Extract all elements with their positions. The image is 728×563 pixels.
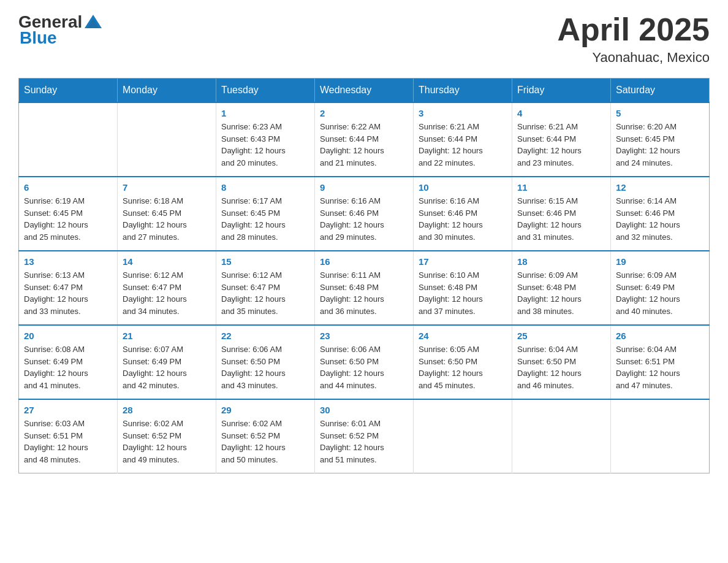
day-info: Sunrise: 6:12 AMSunset: 6:47 PMDaylight:… xyxy=(221,269,309,317)
table-row: 28Sunrise: 6:02 AMSunset: 6:52 PMDayligh… xyxy=(118,399,216,473)
day-number: 16 xyxy=(320,256,408,267)
day-info: Sunrise: 6:04 AMSunset: 6:51 PMDaylight:… xyxy=(616,343,704,391)
table-row: 17Sunrise: 6:10 AMSunset: 6:48 PMDayligh… xyxy=(414,251,512,325)
day-number: 15 xyxy=(221,256,309,267)
day-number: 2 xyxy=(320,108,408,118)
day-info: Sunrise: 6:13 AMSunset: 6:47 PMDaylight:… xyxy=(24,269,112,317)
col-monday: Monday xyxy=(118,79,216,103)
day-info: Sunrise: 6:19 AMSunset: 6:45 PMDaylight:… xyxy=(24,195,112,243)
day-info: Sunrise: 6:12 AMSunset: 6:47 PMDaylight:… xyxy=(123,269,211,317)
table-row: 12Sunrise: 6:14 AMSunset: 6:46 PMDayligh… xyxy=(611,177,710,251)
table-row: 8Sunrise: 6:17 AMSunset: 6:45 PMDaylight… xyxy=(216,177,315,251)
table-row: 20Sunrise: 6:08 AMSunset: 6:49 PMDayligh… xyxy=(19,325,118,399)
day-number: 3 xyxy=(419,108,507,118)
col-thursday: Thursday xyxy=(414,79,512,103)
day-number: 20 xyxy=(24,331,112,341)
day-info: Sunrise: 6:10 AMSunset: 6:48 PMDaylight:… xyxy=(419,269,507,317)
day-info: Sunrise: 6:09 AMSunset: 6:49 PMDaylight:… xyxy=(616,269,704,317)
day-info: Sunrise: 6:09 AMSunset: 6:48 PMDaylight:… xyxy=(517,269,605,317)
day-info: Sunrise: 6:16 AMSunset: 6:46 PMDaylight:… xyxy=(320,195,408,243)
day-number: 21 xyxy=(123,331,211,341)
col-tuesday: Tuesday xyxy=(216,79,315,103)
day-number: 7 xyxy=(123,182,211,193)
day-info: Sunrise: 6:03 AMSunset: 6:51 PMDaylight:… xyxy=(24,418,112,465)
col-friday: Friday xyxy=(512,79,611,103)
calendar-week-4: 20Sunrise: 6:08 AMSunset: 6:49 PMDayligh… xyxy=(19,325,710,399)
day-info: Sunrise: 6:06 AMSunset: 6:50 PMDaylight:… xyxy=(221,343,309,391)
day-info: Sunrise: 6:16 AMSunset: 6:46 PMDaylight:… xyxy=(419,195,507,243)
day-info: Sunrise: 6:15 AMSunset: 6:46 PMDaylight:… xyxy=(517,195,605,243)
table-row: 1Sunrise: 6:23 AMSunset: 6:43 PMDaylight… xyxy=(216,102,315,177)
table-row xyxy=(19,102,118,177)
day-info: Sunrise: 6:01 AMSunset: 6:52 PMDaylight:… xyxy=(320,418,408,465)
table-row: 3Sunrise: 6:21 AMSunset: 6:44 PMDaylight… xyxy=(414,102,512,177)
day-info: Sunrise: 6:04 AMSunset: 6:50 PMDaylight:… xyxy=(517,343,605,391)
day-number: 19 xyxy=(616,256,704,267)
day-number: 8 xyxy=(221,182,309,193)
table-row: 14Sunrise: 6:12 AMSunset: 6:47 PMDayligh… xyxy=(118,251,216,325)
calendar-table: Sunday Monday Tuesday Wednesday Thursday… xyxy=(18,78,710,473)
day-number: 12 xyxy=(616,182,704,193)
day-info: Sunrise: 6:07 AMSunset: 6:49 PMDaylight:… xyxy=(123,343,211,391)
table-row: 9Sunrise: 6:16 AMSunset: 6:46 PMDaylight… xyxy=(315,177,414,251)
table-row xyxy=(118,102,216,177)
day-info: Sunrise: 6:17 AMSunset: 6:45 PMDaylight:… xyxy=(221,195,309,243)
day-info: Sunrise: 6:02 AMSunset: 6:52 PMDaylight:… xyxy=(221,418,309,465)
table-row: 23Sunrise: 6:06 AMSunset: 6:50 PMDayligh… xyxy=(315,325,414,399)
col-wednesday: Wednesday xyxy=(315,79,414,103)
day-number: 9 xyxy=(320,182,408,193)
calendar-header-row: Sunday Monday Tuesday Wednesday Thursday… xyxy=(19,79,710,103)
table-row: 26Sunrise: 6:04 AMSunset: 6:51 PMDayligh… xyxy=(611,325,710,399)
day-info: Sunrise: 6:23 AMSunset: 6:43 PMDaylight:… xyxy=(221,121,309,169)
day-number: 26 xyxy=(616,331,704,341)
logo-icon xyxy=(83,12,103,32)
table-row xyxy=(414,399,512,473)
table-row: 4Sunrise: 6:21 AMSunset: 6:44 PMDaylight… xyxy=(512,102,611,177)
calendar-week-1: 1Sunrise: 6:23 AMSunset: 6:43 PMDaylight… xyxy=(19,102,710,177)
day-number: 22 xyxy=(221,331,309,341)
table-row: 18Sunrise: 6:09 AMSunset: 6:48 PMDayligh… xyxy=(512,251,611,325)
day-number: 28 xyxy=(123,405,211,415)
calendar-week-3: 13Sunrise: 6:13 AMSunset: 6:47 PMDayligh… xyxy=(19,251,710,325)
table-row: 16Sunrise: 6:11 AMSunset: 6:48 PMDayligh… xyxy=(315,251,414,325)
day-info: Sunrise: 6:22 AMSunset: 6:44 PMDaylight:… xyxy=(320,121,408,169)
table-row: 29Sunrise: 6:02 AMSunset: 6:52 PMDayligh… xyxy=(216,399,315,473)
table-row xyxy=(611,399,710,473)
day-number: 25 xyxy=(517,331,605,341)
day-number: 17 xyxy=(419,256,507,267)
day-number: 27 xyxy=(24,405,112,415)
day-number: 18 xyxy=(517,256,605,267)
logo-blue-text: Blue xyxy=(20,28,57,48)
day-number: 11 xyxy=(517,182,605,193)
day-number: 24 xyxy=(419,331,507,341)
day-info: Sunrise: 6:18 AMSunset: 6:45 PMDaylight:… xyxy=(123,195,211,243)
col-sunday: Sunday xyxy=(19,79,118,103)
table-row: 30Sunrise: 6:01 AMSunset: 6:52 PMDayligh… xyxy=(315,399,414,473)
calendar-title: April 2025 xyxy=(557,12,710,47)
day-info: Sunrise: 6:20 AMSunset: 6:45 PMDaylight:… xyxy=(616,121,704,169)
day-info: Sunrise: 6:08 AMSunset: 6:49 PMDaylight:… xyxy=(24,343,112,391)
table-row: 6Sunrise: 6:19 AMSunset: 6:45 PMDaylight… xyxy=(19,177,118,251)
table-row: 2Sunrise: 6:22 AMSunset: 6:44 PMDaylight… xyxy=(315,102,414,177)
logo: General Blue xyxy=(18,12,104,48)
calendar-week-5: 27Sunrise: 6:03 AMSunset: 6:51 PMDayligh… xyxy=(19,399,710,473)
day-number: 1 xyxy=(221,108,309,118)
day-info: Sunrise: 6:14 AMSunset: 6:46 PMDaylight:… xyxy=(616,195,704,243)
title-block: April 2025 Yaonahuac, Mexico xyxy=(557,12,710,66)
day-info: Sunrise: 6:21 AMSunset: 6:44 PMDaylight:… xyxy=(517,121,605,169)
day-number: 10 xyxy=(419,182,507,193)
table-row: 24Sunrise: 6:05 AMSunset: 6:50 PMDayligh… xyxy=(414,325,512,399)
table-row: 21Sunrise: 6:07 AMSunset: 6:49 PMDayligh… xyxy=(118,325,216,399)
table-row: 5Sunrise: 6:20 AMSunset: 6:45 PMDaylight… xyxy=(611,102,710,177)
table-row: 15Sunrise: 6:12 AMSunset: 6:47 PMDayligh… xyxy=(216,251,315,325)
table-row: 27Sunrise: 6:03 AMSunset: 6:51 PMDayligh… xyxy=(19,399,118,473)
day-number: 29 xyxy=(221,405,309,415)
page-header: General Blue April 2025 Yaonahuac, Mexic… xyxy=(18,12,710,66)
table-row: 19Sunrise: 6:09 AMSunset: 6:49 PMDayligh… xyxy=(611,251,710,325)
day-number: 4 xyxy=(517,108,605,118)
table-row: 13Sunrise: 6:13 AMSunset: 6:47 PMDayligh… xyxy=(19,251,118,325)
col-saturday: Saturday xyxy=(611,79,710,103)
table-row: 22Sunrise: 6:06 AMSunset: 6:50 PMDayligh… xyxy=(216,325,315,399)
day-number: 6 xyxy=(24,182,112,193)
day-info: Sunrise: 6:11 AMSunset: 6:48 PMDaylight:… xyxy=(320,269,408,317)
